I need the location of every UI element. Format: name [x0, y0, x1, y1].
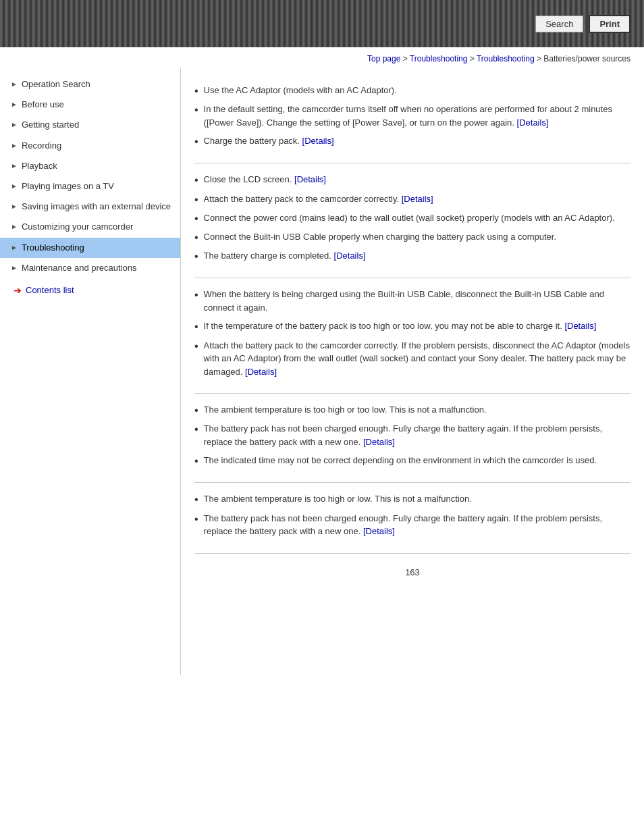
list-item: • The ambient temperature is too high or… — [194, 492, 630, 506]
sidebar-item-operation-search[interactable]: ►Operation Search — [0, 74, 180, 95]
details-link[interactable]: [Details] — [302, 136, 334, 146]
bullet-list: • When the battery is being charged usin… — [194, 288, 630, 378]
bullet-list: • The ambient temperature is too high or… — [194, 403, 630, 467]
section-section2: • Close the LCD screen. [Details] • Atta… — [194, 163, 630, 278]
sidebar-item-label: Playback — [22, 160, 173, 172]
breadcrumb-troubleshooting1[interactable]: Troubleshooting — [410, 54, 468, 63]
sidebar-item-label: Getting started — [22, 119, 173, 131]
contents-arrow-icon: ➔ — [14, 285, 22, 296]
bullet-icon: • — [194, 193, 198, 206]
sidebar-arrow-icon: ► — [11, 222, 18, 232]
sidebar-item-customizing[interactable]: ►Customizing your camcorder — [0, 217, 180, 237]
sidebar-arrow-icon: ► — [11, 263, 18, 273]
bullet-icon: • — [194, 423, 198, 436]
bullet-icon: • — [194, 493, 198, 506]
bullet-text: When the battery is being charged using … — [204, 288, 630, 314]
sidebar-item-label: Playing images on a TV — [22, 180, 173, 192]
sidebar-arrow-icon: ► — [11, 100, 18, 109]
bullet-icon: • — [194, 135, 198, 148]
list-item: • Use the AC Adaptor (models with an AC … — [194, 84, 630, 97]
details-link[interactable]: [Details] — [294, 174, 326, 184]
details-link[interactable]: [Details] — [363, 526, 395, 536]
breadcrumb-sep3: > — [535, 54, 544, 63]
bullet-text: The battery pack has not been charged en… — [204, 422, 630, 448]
list-item: • Attach the battery pack to the camcord… — [194, 339, 630, 379]
sidebar-item-label: Maintenance and precautions — [22, 262, 173, 274]
bullet-list: • Close the LCD screen. [Details] • Atta… — [194, 173, 630, 263]
details-link[interactable]: [Details] — [564, 321, 596, 331]
sidebar-item-label: Saving images with an external device — [22, 201, 173, 213]
breadcrumb: Top page > Troubleshooting > Troubleshoo… — [0, 47, 644, 68]
bullet-icon: • — [194, 231, 198, 244]
bullet-icon: • — [194, 320, 198, 333]
details-link[interactable]: [Details] — [363, 437, 395, 447]
bullet-icon: • — [194, 288, 198, 301]
list-item: • If the temperature of the battery pack… — [194, 319, 630, 333]
sidebar-item-playback[interactable]: ►Playback — [0, 156, 180, 176]
list-item: • Connect the power cord (mains lead) to… — [194, 211, 630, 225]
section-section5: • The ambient temperature is too high or… — [194, 483, 630, 553]
sidebar-item-label: Customizing your camcorder — [22, 221, 173, 233]
bullet-icon: • — [194, 454, 198, 467]
bullet-icon: • — [194, 212, 198, 225]
bullet-text: The ambient temperature is too high or t… — [204, 403, 630, 417]
details-link[interactable]: [Details] — [402, 194, 433, 204]
sidebar-arrow-icon: ► — [11, 161, 18, 171]
layout: ►Operation Search►Before use►Getting sta… — [0, 68, 644, 675]
bullet-icon: • — [194, 513, 198, 525]
bullet-icon: • — [194, 84, 198, 97]
bullet-icon: • — [194, 404, 198, 417]
contents-list-link[interactable]: ➔ Contents list — [0, 278, 180, 303]
print-button[interactable]: Print — [589, 15, 630, 33]
sidebar-item-label: Operation Search — [22, 78, 173, 90]
list-item: • The ambient temperature is too high or… — [194, 403, 630, 417]
bullet-icon: • — [194, 174, 198, 186]
bullet-text: Connect the power cord (mains lead) to t… — [204, 211, 630, 225]
details-link[interactable]: [Details] — [517, 118, 549, 128]
sidebar-item-recording[interactable]: ►Recording — [0, 136, 180, 156]
bullet-icon: • — [194, 250, 198, 263]
search-button[interactable]: Search — [535, 16, 583, 32]
breadcrumb-sep2: > — [467, 54, 476, 63]
details-link[interactable]: [Details] — [334, 251, 366, 261]
bullet-icon: • — [194, 340, 198, 353]
bullet-text: The battery charge is completed. [Detail… — [204, 249, 630, 263]
bullet-list: • The ambient temperature is too high or… — [194, 492, 630, 538]
sidebar-arrow-icon: ► — [11, 120, 18, 130]
breadcrumb-troubleshooting2[interactable]: Troubleshooting — [477, 54, 535, 63]
list-item: • In the default setting, the camcorder … — [194, 103, 630, 129]
breadcrumb-top[interactable]: Top page — [367, 54, 400, 63]
sidebar-item-label: Recording — [22, 140, 173, 152]
sidebar-item-maintenance[interactable]: ►Maintenance and precautions — [0, 258, 180, 278]
sidebar-item-getting-started[interactable]: ►Getting started — [0, 115, 180, 135]
sidebar-arrow-icon: ► — [11, 182, 18, 191]
contents-list-label: Contents list — [26, 285, 74, 295]
list-item: • Connect the Built-in USB Cable properl… — [194, 230, 630, 244]
bullet-text: The indicated time may not be correct de… — [204, 454, 630, 467]
bullet-text: Close the LCD screen. [Details] — [204, 173, 630, 186]
sidebar-item-troubleshooting[interactable]: ►Troubleshooting — [0, 238, 180, 258]
sidebar-arrow-icon: ► — [11, 243, 18, 253]
breadcrumb-sep1: > — [400, 54, 409, 63]
sidebar-arrow-icon: ► — [11, 141, 18, 151]
sidebar-item-before-use[interactable]: ►Before use — [0, 95, 180, 115]
bullet-icon: • — [194, 103, 198, 116]
sidebar-item-label: Before use — [22, 99, 173, 111]
sidebar-item-saving-images[interactable]: ►Saving images with an external device — [0, 197, 180, 217]
bullet-text: Charge the battery pack. [Details] — [204, 134, 630, 148]
list-item: • The battery pack has not been charged … — [194, 422, 630, 448]
bullet-text: The ambient temperature is too high or l… — [204, 492, 630, 506]
bullet-text: Attach the battery pack to the camcorder… — [204, 339, 630, 379]
bullet-text: In the default setting, the camcorder tu… — [204, 103, 630, 129]
list-item: • The battery pack has not been charged … — [194, 512, 630, 538]
sidebar-item-playing-images[interactable]: ►Playing images on a TV — [0, 176, 180, 197]
section-section4: • The ambient temperature is too high or… — [194, 394, 630, 483]
bullet-text: Attach the battery pack to the camcorder… — [204, 192, 630, 206]
details-link[interactable]: [Details] — [245, 367, 277, 377]
main-content: • Use the AC Adaptor (models with an AC … — [181, 68, 644, 675]
bullet-list: • Use the AC Adaptor (models with an AC … — [194, 84, 630, 148]
list-item: • The battery charge is completed. [Deta… — [194, 249, 630, 263]
list-item: • Close the LCD screen. [Details] — [194, 173, 630, 186]
bullet-text: If the temperature of the battery pack i… — [204, 319, 630, 333]
sidebar-arrow-icon: ► — [11, 80, 18, 89]
